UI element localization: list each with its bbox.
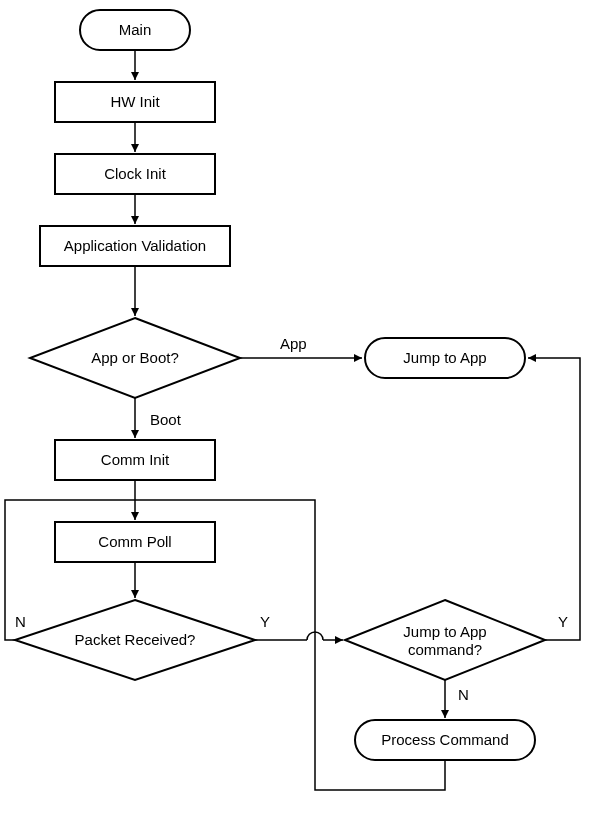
label-app-or-boot: App or Boot? [91,349,179,366]
edge-label-app: App [280,335,307,352]
edge-label-y2: Y [558,613,568,630]
label-packet-received: Packet Received? [75,631,196,648]
edge-label-n2: N [458,686,469,703]
label-app-validation: Application Validation [64,237,206,254]
label-jump-to-app: Jump to App [403,349,486,366]
label-clock-init: Clock Init [104,165,167,182]
edge-label-n1: N [15,613,26,630]
label-comm-poll: Comm Poll [98,533,171,550]
edge-label-boot: Boot [150,411,182,428]
label-jump-cmd-l1: Jump to App [403,623,486,640]
label-process-command: Process Command [381,731,509,748]
label-comm-init: Comm Init [101,451,170,468]
label-jump-cmd-l2: command? [408,641,482,658]
label-main: Main [119,21,152,38]
label-hw-init: HW Init [110,93,160,110]
edge-label-y1: Y [260,613,270,630]
